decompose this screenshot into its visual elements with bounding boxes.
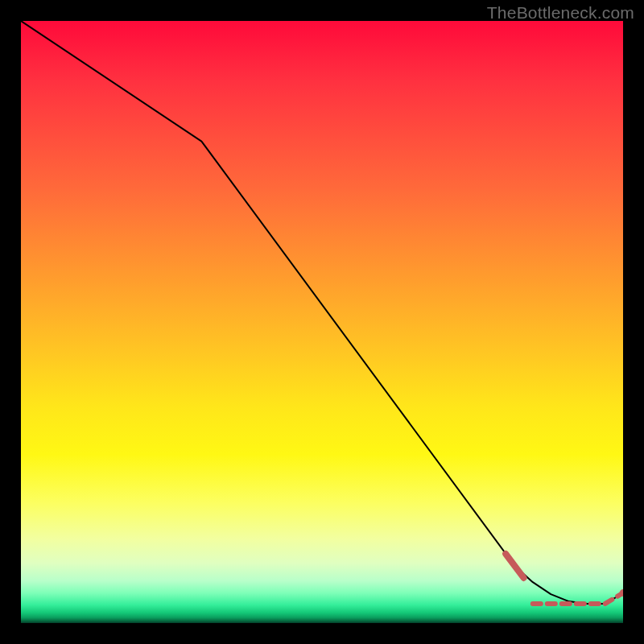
chart-svg [21, 21, 623, 623]
attribution-text: TheBottleneck.com [487, 3, 634, 23]
series-bottom-dots-line [533, 593, 623, 604]
series-highlight-segment [506, 554, 523, 578]
plot-background [21, 21, 623, 623]
series-curve [21, 21, 623, 604]
chart-frame: TheBottleneck.com [0, 0, 644, 644]
